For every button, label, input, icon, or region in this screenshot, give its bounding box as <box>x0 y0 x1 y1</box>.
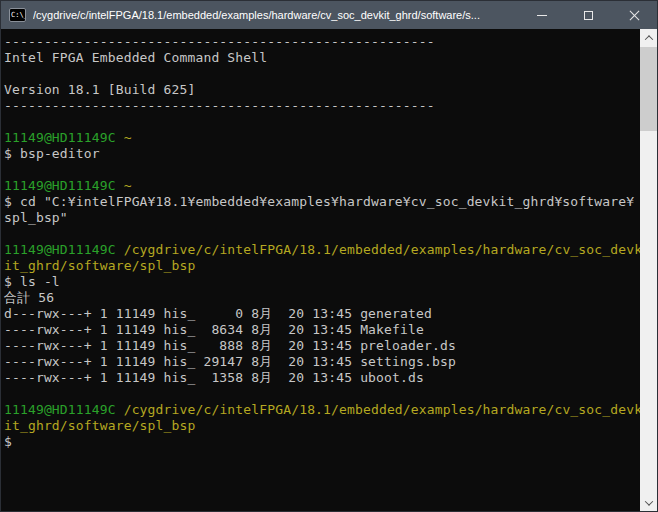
terminal-text-segment: $ bsp-editor <box>4 146 100 161</box>
terminal-line: $ cd "C:¥intelFPGA¥18.1¥embedded¥example… <box>4 194 640 210</box>
terminal-text-segment: /cygdrive/c/intelFPGA/18.1/embedded/exam… <box>116 242 640 257</box>
chevron-up-icon <box>644 35 652 43</box>
terminal-text-segment: spl_bsp" <box>4 210 68 225</box>
terminal-line <box>4 114 640 130</box>
terminal-text-segment: $ cd "C:¥intelFPGA¥18.1¥embedded¥example… <box>4 194 634 209</box>
terminal-line: ----------------------------------------… <box>4 98 640 114</box>
window-title: /cygdrive/c/intelFPGA/18.1/embedded/exam… <box>33 9 480 21</box>
terminal-window: C:\_ /cygdrive/c/intelFPGA/18.1/embedded… <box>0 0 658 512</box>
terminal-line: 11149@HD11149C ~ <box>4 178 640 194</box>
terminal-text-segment: /cygdrive/c/intelFPGA/18.1/embedded/exam… <box>116 402 640 417</box>
terminal-line: 11149@HD11149C ~ <box>4 130 640 146</box>
terminal-text-segment: ----rwx---+ 1 11149 his_ 888 8月 20 13:45… <box>4 338 456 353</box>
terminal-line: ----------------------------------------… <box>4 34 640 50</box>
minimize-button[interactable] <box>519 1 565 29</box>
terminal-text-segment: ----rwx---+ 1 11149 his_ 29147 8月 20 13:… <box>4 354 456 369</box>
terminal-line: 11149@HD11149C /cygdrive/c/intelFPGA/18.… <box>4 402 640 418</box>
terminal-text-segment: ----rwx---+ 1 11149 his_ 1358 8月 20 13:4… <box>4 370 424 385</box>
chevron-down-icon <box>644 497 652 505</box>
terminal-text-segment: 11149@HD11149C <box>4 402 116 417</box>
terminal-line: $ <box>4 434 640 450</box>
terminal-text-segment: 合計 56 <box>4 290 54 305</box>
terminal-text-segment: it_ghrd/software/spl_bsp <box>4 258 195 273</box>
terminal-line <box>4 226 640 242</box>
terminal-line: 11149@HD11149C /cygdrive/c/intelFPGA/18.… <box>4 242 640 258</box>
terminal-text-segment: $ ls -l <box>4 274 60 289</box>
terminal-text-segment: 11149@HD11149C <box>4 178 116 193</box>
terminal-line: ----rwx---+ 1 11149 his_ 1358 8月 20 13:4… <box>4 370 640 386</box>
titlebar: C:\_ /cygdrive/c/intelFPGA/18.1/embedded… <box>1 1 657 29</box>
scroll-up-button[interactable] <box>640 29 657 46</box>
terminal-text-segment: ----------------------------------------… <box>4 34 435 49</box>
terminal-text-segment: $ <box>4 434 12 449</box>
terminal-line: spl_bsp" <box>4 210 640 226</box>
terminal-line <box>4 386 640 402</box>
close-icon <box>629 10 640 21</box>
terminal-line: it_ghrd/software/spl_bsp <box>4 258 640 274</box>
terminal-line: ----rwx---+ 1 11149 his_ 8634 8月 20 13:4… <box>4 322 640 338</box>
terminal-output[interactable]: ----------------------------------------… <box>1 29 640 511</box>
maximize-icon <box>584 11 593 20</box>
terminal-line: $ bsp-editor <box>4 146 640 162</box>
terminal-line: ----rwx---+ 1 11149 his_ 29147 8月 20 13:… <box>4 354 640 370</box>
close-button[interactable] <box>611 1 657 29</box>
terminal-text-segment: 11149@HD11149C <box>4 130 116 145</box>
minimize-icon <box>537 15 547 16</box>
scrollbar[interactable] <box>640 29 657 511</box>
terminal-text-segment: 11149@HD11149C <box>4 242 116 257</box>
terminal-text-segment: Intel FPGA Embedded Command Shell <box>4 50 267 65</box>
scroll-down-button[interactable] <box>640 494 657 511</box>
terminal-line <box>4 162 640 178</box>
terminal-text-segment: ----------------------------------------… <box>4 98 435 113</box>
terminal-text-segment: Version 18.1 [Build 625] <box>4 82 195 97</box>
terminal-text-segment: it_ghrd/software/spl_bsp <box>4 418 195 433</box>
terminal-line <box>4 66 640 82</box>
scrollbar-thumb[interactable] <box>640 47 657 131</box>
terminal-line: d---rwx---+ 1 11149 his_ 0 8月 20 13:45 g… <box>4 306 640 322</box>
terminal-text-segment: ----rwx---+ 1 11149 his_ 8634 8月 20 13:4… <box>4 322 424 337</box>
terminal-line: Version 18.1 [Build 625] <box>4 82 640 98</box>
terminal-icon: C:\_ <box>9 8 26 22</box>
maximize-button[interactable] <box>565 1 611 29</box>
terminal-text-segment: d---rwx---+ 1 11149 his_ 0 8月 20 13:45 g… <box>4 306 432 321</box>
terminal-line: it_ghrd/software/spl_bsp <box>4 418 640 434</box>
terminal-line: $ ls -l <box>4 274 640 290</box>
terminal-line: ----rwx---+ 1 11149 his_ 888 8月 20 13:45… <box>4 338 640 354</box>
terminal-line: 合計 56 <box>4 290 640 306</box>
terminal-text-segment: ~ <box>116 130 132 145</box>
terminal-text-segment: ~ <box>116 178 132 193</box>
terminal-line: Intel FPGA Embedded Command Shell <box>4 50 640 66</box>
window-controls <box>519 1 657 29</box>
